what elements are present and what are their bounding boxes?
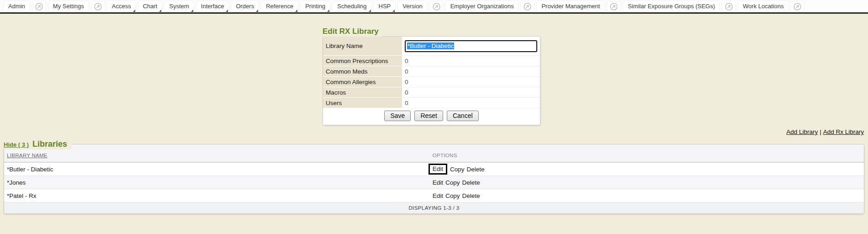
libraries-title: Libraries: [32, 138, 67, 149]
table-row: *Jones Edit Copy Delete: [4, 176, 864, 189]
dropdown-corner-icon: [392, 10, 395, 12]
reset-button[interactable]: Reset: [414, 111, 443, 121]
field-label: Users: [323, 98, 402, 108]
form-row-users: Users 0: [323, 98, 540, 108]
field-value: 0: [402, 56, 540, 66]
dropdown-corner-icon: [295, 10, 297, 12]
tab-access[interactable]: Access: [107, 1, 136, 12]
tab-work-locations[interactable]: Work Locations: [738, 1, 788, 12]
dropdown-corner-icon: [256, 10, 258, 12]
libraries-table: LIBRARY NAME OPTIONS *Butler - Diabetic …: [4, 144, 864, 214]
table-row: *Patel - Rx Edit Copy Delete: [4, 189, 864, 202]
form-row-common-meds: Common Meds 0: [323, 66, 540, 77]
tab-reference[interactable]: Reference: [261, 1, 298, 12]
tab-scheduling[interactable]: Scheduling: [333, 1, 371, 12]
dropdown-corner-icon: [369, 10, 371, 12]
tab-printing[interactable]: Printing: [301, 1, 330, 12]
field-label: Macros: [323, 87, 402, 98]
form-title: Edit RX Library: [323, 27, 382, 37]
external-link-icon[interactable]: [791, 1, 804, 11]
copy-link[interactable]: Copy: [445, 192, 460, 199]
edit-rx-library-form: Edit RX Library Library Name *Butler - D…: [323, 27, 540, 125]
tab-similar-exposure-groups[interactable]: Similar Exposure Groups (SEGs): [623, 1, 720, 12]
external-link-icon[interactable]: [722, 1, 736, 11]
edit-link[interactable]: Edit: [429, 164, 447, 175]
tab-version[interactable]: Version: [398, 1, 427, 12]
table-paging-status: DISPLAYING 1-3 / 3: [4, 202, 864, 213]
library-name: *Jones: [4, 179, 428, 186]
library-name: *Patel - Rx: [4, 192, 428, 199]
tab-orders[interactable]: Orders: [231, 1, 259, 12]
form-buttons-row: Save Reset Cancel: [323, 108, 540, 125]
add-rx-library-link[interactable]: Add Rx Library: [823, 128, 864, 135]
column-header-library-name[interactable]: LIBRARY NAME: [7, 153, 48, 158]
hide-link[interactable]: Hide ( 3 ): [4, 141, 29, 148]
form-row-common-prescriptions: Common Prescriptions 0: [323, 56, 540, 66]
column-header-options: OPTIONS: [433, 153, 457, 158]
field-value: 0: [402, 66, 540, 77]
field-label: Common Allergies: [323, 77, 402, 87]
form-box: Library Name *Butler - Diabetic Common P…: [323, 36, 540, 125]
field-label: Common Meds: [323, 66, 402, 77]
tab-admin[interactable]: Admin: [4, 1, 30, 12]
external-link-icon[interactable]: [32, 1, 46, 11]
tab-label: Similar Exposure Groups (SEGs): [628, 3, 715, 10]
dropdown-corner-icon: [226, 10, 228, 12]
delete-link[interactable]: Delete: [467, 166, 485, 173]
tab-label: Employer Organizations: [450, 3, 514, 10]
delete-link[interactable]: Delete: [462, 179, 480, 186]
external-link-icon[interactable]: [521, 1, 534, 11]
tab-label: Printing: [305, 3, 325, 10]
copy-link[interactable]: Copy: [445, 179, 460, 186]
tab-my-settings[interactable]: My Settings: [48, 1, 89, 12]
tab-provider-management[interactable]: Provider Management: [537, 1, 604, 12]
dropdown-corner-icon: [159, 10, 161, 12]
tab-interface[interactable]: Interface: [196, 1, 229, 12]
form-row-library-name: Library Name *Butler - Diabetic: [323, 37, 540, 56]
tab-system[interactable]: System: [164, 1, 193, 12]
save-button[interactable]: Save: [384, 111, 411, 121]
tab-chart[interactable]: Chart: [138, 1, 162, 12]
tab-label: System: [169, 3, 189, 10]
edit-link[interactable]: Edit: [433, 192, 443, 199]
external-link-icon[interactable]: [607, 1, 620, 11]
form-row-macros: Macros 0: [323, 87, 540, 98]
field-value: 0: [402, 98, 540, 108]
field-label: Common Prescriptions: [323, 56, 402, 66]
tab-label: Version: [402, 3, 422, 10]
delete-link[interactable]: Delete: [462, 192, 480, 199]
field-value: 0: [402, 87, 540, 98]
dropdown-corner-icon: [191, 10, 193, 12]
library-name: *Butler - Diabetic: [4, 166, 428, 173]
libraries-legend: Hide ( 3 ) Libraries: [4, 138, 72, 149]
external-link-icon[interactable]: [91, 1, 105, 11]
tab-label: Work Locations: [743, 3, 783, 10]
table-header-row: LIBRARY NAME OPTIONS: [4, 144, 864, 163]
form-row-common-allergies: Common Allergies 0: [323, 77, 540, 87]
tab-hsp[interactable]: HSP: [374, 1, 396, 12]
selected-input-text: *Butler - Diabetic: [407, 43, 454, 49]
tab-label: Interface: [201, 3, 224, 10]
library-name-input[interactable]: *Butler - Diabetic: [405, 40, 537, 52]
tab-label: Reference: [266, 3, 293, 10]
tab-label: Admin: [8, 3, 25, 10]
add-library-link[interactable]: Add Library: [786, 128, 818, 135]
dropdown-corner-icon: [133, 10, 135, 12]
top-navbar: Admin My Settings Access Chart System In…: [0, 0, 868, 14]
tab-label: Provider Management: [541, 3, 600, 10]
tab-label: HSP: [379, 3, 391, 10]
field-label: Library Name: [323, 37, 402, 56]
table-row: *Butler - Diabetic Edit Copy Delete: [4, 163, 864, 176]
tab-label: Orders: [236, 3, 254, 10]
dropdown-corner-icon: [327, 10, 329, 12]
libraries-section: Hide ( 3 ) Libraries LIBRARY NAME OPTION…: [4, 138, 864, 214]
copy-link[interactable]: Copy: [450, 166, 465, 173]
tab-label: My Settings: [53, 3, 84, 10]
tab-employer-organizations[interactable]: Employer Organizations: [446, 1, 519, 12]
field-value-cell: *Butler - Diabetic: [402, 37, 540, 56]
cancel-button[interactable]: Cancel: [447, 111, 479, 121]
link-divider: |: [820, 128, 821, 135]
tab-label: Scheduling: [337, 3, 366, 10]
external-link-icon[interactable]: [430, 1, 443, 11]
edit-link[interactable]: Edit: [433, 179, 443, 186]
